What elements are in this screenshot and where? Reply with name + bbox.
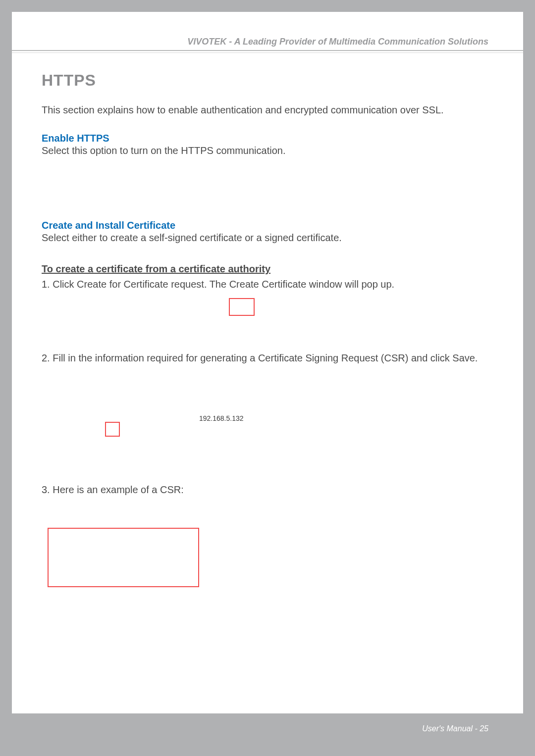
highlight-box-1 [229, 298, 255, 316]
page-header: VIVOTEK - A Leading Provider of Multimed… [12, 12, 523, 51]
enable-https-heading: Enable HTTPS [42, 133, 492, 144]
create-install-desc: Select either to create a self-signed ce… [42, 232, 492, 244]
section-title: HTTPS [42, 71, 492, 90]
section-intro: This section explains how to enable auth… [42, 103, 492, 117]
highlight-box-3 [48, 528, 199, 587]
footer-manual-label: User's Manual - [422, 724, 480, 733]
ca-step-2: 2. Fill in the information required for … [42, 353, 497, 364]
ca-heading: To create a certificate from a certifica… [42, 263, 492, 275]
header-rule-thick [12, 50, 523, 51]
enable-https-desc: Select this option to turn on the HTTPS … [42, 145, 492, 156]
page-footer: User's Manual - 25 [12, 713, 523, 744]
content-area: HTTPS This section explains how to enabl… [42, 71, 492, 290]
create-install-heading: Create and Install Certificate [42, 220, 492, 231]
document-page: VIVOTEK - A Leading Provider of Multimed… [12, 12, 523, 744]
ca-step-1: 1. Click Create for Certificate request.… [42, 279, 492, 290]
ip-address-text: 192.168.5.132 [199, 414, 244, 422]
footer-page-number: 25 [480, 724, 488, 733]
footer-label: User's Manual - 25 [422, 724, 488, 733]
header-rule-thin [12, 52, 523, 53]
highlight-box-2 [105, 422, 120, 437]
header-brand-text: VIVOTEK - A Leading Provider of Multimed… [187, 37, 488, 47]
ca-step-3: 3. Here is an example of a CSR: [42, 484, 184, 496]
